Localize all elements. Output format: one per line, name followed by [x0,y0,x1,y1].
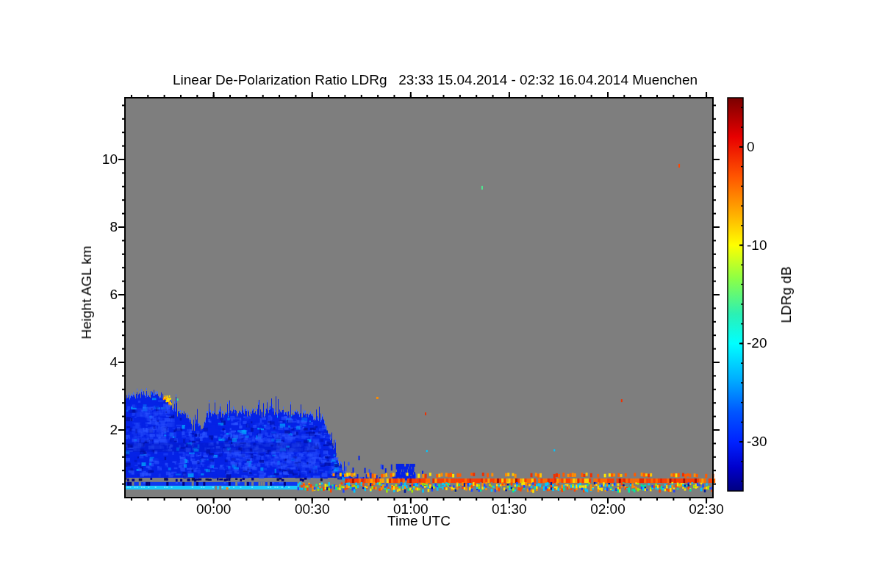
colorbar-title: LDRg dB [778,266,795,323]
x-tick-label: 01:00 [393,501,429,517]
y-tick-label: 10 [0,151,118,168]
colorbar-tick-label: -20 [747,335,767,351]
y-tick-label: 4 [0,354,118,370]
x-tick-label: 02:00 [590,501,625,517]
colorbar-tick-label: -10 [747,237,767,254]
colorbar-tick-label: 0 [747,139,755,155]
chart-title: Linear De-Polarization Ratio LDRg 23:33 … [141,72,729,88]
y-tick-label: 8 [0,219,118,235]
x-tick-label: 00:00 [196,501,232,517]
x-tick-label: 01:30 [492,501,527,517]
x-tick-label: 02:30 [689,501,724,517]
y-tick-label: 6 [0,287,118,303]
colorbar-tick-label: -30 [747,434,767,450]
x-tick-label: 00:30 [295,501,330,517]
ldr-quicklook-window: Linear De-Polarization Ratio LDRg 23:33 … [0,0,882,588]
heatmap-canvas [0,0,882,588]
y-tick-label: 2 [0,422,118,438]
